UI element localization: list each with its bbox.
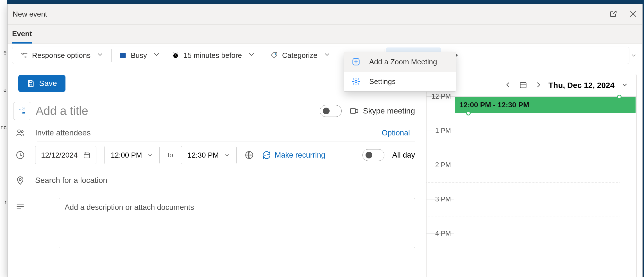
description-icon (13, 198, 27, 211)
toolbar: Response options Busy 15 minutes before … (12, 47, 629, 64)
event-block[interactable]: 12:00 PM - 12:30 PM (455, 97, 636, 113)
chevron-down-icon (96, 51, 104, 60)
toolbar-container: Response options Busy 15 minutes before … (8, 44, 642, 67)
scheduler-grid[interactable]: 12 PM 1 PM 2 PM 3 PM 4 PM 12:00 PM - 12:… (427, 97, 636, 277)
make-recurring-link[interactable]: Make recurring (262, 150, 325, 160)
tab-event[interactable]: Event (12, 29, 32, 44)
hour-label: 2 PM (435, 161, 451, 169)
hour-label: 3 PM (435, 195, 451, 203)
window-title: New event (13, 10, 609, 19)
tab-row: Event (8, 25, 642, 44)
background-app-strip: eencr (0, 0, 7, 277)
titlebar: New event (8, 4, 642, 25)
hour-gutter: 12 PM 1 PM 2 PM 3 PM 4 PM (427, 97, 454, 277)
attendees-input[interactable] (35, 128, 374, 137)
svg-point-15 (19, 179, 21, 181)
today-button[interactable] (518, 80, 528, 91)
chevron-down-icon (147, 152, 153, 158)
recurring-label: Make recurring (275, 151, 325, 160)
people-icon (13, 128, 27, 138)
video-icon (350, 106, 359, 116)
allday-toggle[interactable] (362, 149, 384, 161)
allday-label: All day (392, 151, 415, 160)
start-date-value: 12/12/2024 (41, 151, 78, 160)
clock-icon (13, 150, 27, 160)
end-time-picker[interactable]: 12:30 PM (181, 146, 236, 164)
chevron-down-icon (224, 152, 230, 158)
optional-link[interactable]: Optional (382, 129, 415, 137)
svg-point-4 (275, 54, 276, 55)
zoom-settings-item[interactable]: Settings (344, 72, 456, 91)
svg-point-11 (21, 131, 23, 133)
end-time-value: 12:30 PM (187, 151, 219, 160)
start-date-picker[interactable]: 12/12/2024 (35, 146, 96, 164)
events-area[interactable]: 12:00 PM - 12:30 PM (454, 97, 636, 277)
resize-handle-bottom[interactable] (466, 111, 471, 115)
plus-square-icon (351, 57, 361, 67)
emoji-pick-button[interactable]: ◦ ♡+ ⇄ (13, 102, 31, 120)
scheduler-header: Thu, Dec 12, 2024 (427, 74, 636, 97)
toolbar-overflow-button[interactable] (629, 52, 638, 58)
categorize-label: Categorize (282, 51, 318, 60)
hour-label: 12 PM (432, 92, 451, 100)
svg-point-0 (22, 53, 24, 55)
svg-rect-13 (84, 153, 90, 158)
hour-label: 4 PM (435, 230, 451, 237)
timezone-button[interactable] (244, 150, 254, 160)
save-label: Save (39, 79, 57, 88)
response-options-label: Response options (32, 51, 90, 60)
location-input[interactable] (35, 176, 415, 185)
new-event-window: New event Event Response options Busy (7, 4, 643, 277)
busy-button[interactable]: Busy (113, 47, 166, 63)
event-time-label: 12:00 PM - 12:30 PM (459, 101, 529, 109)
chevron-down-icon (248, 51, 255, 60)
categorize-button[interactable]: Categorize (265, 47, 337, 63)
close-icon[interactable] (629, 10, 637, 19)
prev-day-button[interactable] (503, 80, 513, 91)
svg-point-10 (18, 130, 21, 133)
start-time-picker[interactable]: 12:00 PM (104, 146, 160, 164)
scheduler-panel: Thu, Dec 12, 2024 12 PM 1 PM 2 PM 3 PM 4… (426, 74, 637, 277)
reminder-button[interactable]: 15 minutes before (166, 47, 261, 63)
svg-rect-2 (120, 53, 126, 58)
chevron-down-icon (153, 51, 160, 60)
svg-point-1 (25, 56, 26, 58)
busy-label: Busy (131, 51, 147, 60)
popout-icon[interactable] (609, 10, 618, 19)
svg-point-8 (355, 80, 357, 83)
recur-icon (262, 150, 271, 160)
skype-label: Skype meeting (350, 106, 415, 116)
hour-label: 1 PM (435, 127, 451, 135)
zoom-add-meeting-item[interactable]: Add a Zoom Meeting (344, 52, 456, 72)
start-time-value: 12:00 PM (111, 151, 142, 160)
body: Save ◦ ♡+ ⇄ Skype meeting (8, 67, 642, 277)
svg-rect-16 (520, 82, 526, 88)
chevron-down-icon (323, 51, 331, 60)
response-options-button[interactable]: Response options (15, 47, 110, 63)
reminder-label: 15 minutes before (183, 51, 242, 60)
location-icon (13, 176, 27, 185)
calendar-icon (83, 151, 90, 159)
zoom-dropdown: Add a Zoom Meeting Settings (344, 52, 456, 92)
zoom-settings-label: Settings (369, 77, 396, 86)
form-column: Save ◦ ♡+ ⇄ Skype meeting (13, 74, 415, 277)
description-placeholder: Add a description or attach documents (65, 203, 194, 212)
svg-rect-9 (350, 109, 355, 113)
resize-handle-top[interactable] (617, 95, 622, 99)
date-picker-chevron[interactable] (620, 80, 630, 91)
scheduler-date[interactable]: Thu, Dec 12, 2024 (548, 81, 614, 90)
description-input[interactable]: Add a description or attach documents (59, 198, 415, 248)
next-day-button[interactable] (533, 80, 543, 91)
skype-toggle[interactable] (320, 105, 342, 117)
to-label: to (167, 151, 173, 159)
title-input[interactable] (36, 103, 312, 119)
zoom-add-label: Add a Zoom Meeting (369, 58, 437, 66)
save-button[interactable]: Save (18, 75, 65, 92)
gear-icon (351, 77, 361, 86)
